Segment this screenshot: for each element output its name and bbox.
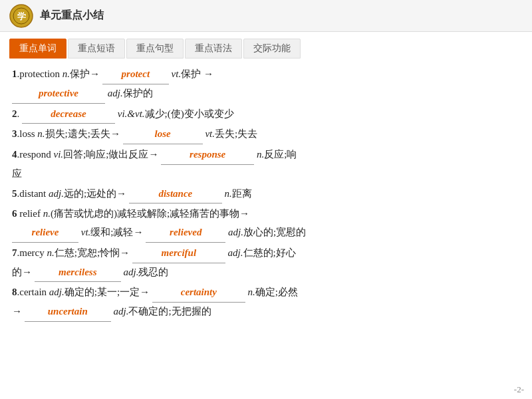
entry-4-blank1: response [161,146,254,165]
entry-4-text3: 应 [12,168,22,179]
entry-6-text3: adj.放心的;宽慰的 [228,227,306,237]
entry-5: 5.distant adj.远的;远处的→ distance n.距离 [12,185,520,204]
entry-6-blank1: relieve [12,223,78,243]
entry-4-text2: n.反应;响 [257,149,297,160]
entry-8-blank2: uncertain [25,303,111,322]
entry-8-text3: → [12,306,22,317]
entry-1-blank2: protective [12,84,105,104]
entry-1-blank1: protect [102,65,169,84]
svg-text:学: 学 [17,11,26,21]
entry-5-text2: n.距离 [225,188,252,199]
entry-8-blank1: certainty [152,283,245,303]
content-area: 1.protection n.保护→ protect vt.保护 → prote… [0,59,532,329]
entry-6-text2: vt.缓和;减轻→ [81,227,144,237]
entry-1: 1.protection n.保护→ protect vt.保护 → prote… [12,65,520,104]
entry-7-text4: adj.残忍的 [124,267,169,277]
entry-2-text1: 2. [12,108,19,119]
entry-3-blank1: lose [123,125,203,144]
header-title: 单元重点小结 [40,9,104,23]
entry-1-text3: adj.保护的 [108,88,153,98]
tab-bar: 重点单词 重点短语 重点句型 重点语法 交际功能 [0,32,532,59]
entry-6-blank2: relieved [146,223,225,243]
entry-2-text2: vi.&vt.减少;(使)变小或变少 [118,108,234,119]
entry-4-text1: 4.respond vi.回答;响应;做出反应→ [12,149,158,160]
entry-5-blank1: distance [129,185,222,204]
entry-7-text1: 7.mercy n.仁慈;宽恕;怜悯→ [12,247,130,258]
page-number: -2- [514,384,524,395]
tab-communication[interactable]: 交际功能 [243,39,301,59]
entry-7: 7.mercy n.仁慈;宽恕;怜悯→ merciful adj.仁慈的;好心 … [12,244,520,283]
logo-icon: 学 [9,4,33,28]
entry-3-text2: vt.丢失;失去 [205,128,257,139]
entry-8-text1: 8.certain adj.确定的;某一;一定→ [12,287,150,297]
entry-4: 4.respond vi.回答;响应;做出反应→ response n.反应;响… [12,146,520,184]
entry-7-blank1: merciful [132,244,225,263]
entry-7-text2: adj.仁慈的;好心 [228,247,296,258]
entry-8-text4: adj.不确定的;无把握的 [114,306,211,317]
entry-3: 3.loss n.损失;遗失;丢失→ lose vt.丢失;失去 [12,125,520,144]
entry-8: 8.certain adj.确定的;某一;一定→ certainty n.确定;… [12,283,520,322]
tab-grammar[interactable]: 重点语法 [185,39,242,59]
tab-phrases[interactable]: 重点短语 [68,39,125,59]
header: 学 单元重点小结 [0,0,532,32]
entry-7-text3: 的→ [12,267,32,277]
entry-3-text1: 3.loss n.损失;遗失;丢失→ [12,128,120,139]
entry-1-text1: 1.protection n.保护→ [12,68,102,79]
entry-2-blank1: decrease [22,105,115,124]
entry-2: 2. decrease vi.&vt.减少;(使)变小或变少 [12,105,520,124]
entry-5-text1: 5.distant adj.远的;远处的→ [12,188,126,199]
tab-keywords[interactable]: 重点单词 [9,39,66,59]
entry-6-text1: 6 relief n.(痛苦或忧虑的)减轻或解除;减轻痛苦的事物→ [12,208,249,219]
tab-sentences[interactable]: 重点句型 [126,39,184,59]
entry-6: 6 relief n.(痛苦或忧虑的)减轻或解除;减轻痛苦的事物→ reliev… [12,205,520,243]
entry-1-text2: vt.保护 → [172,68,213,79]
entry-7-blank2: merciless [35,263,121,283]
entry-8-text2: n.确定;必然 [248,287,298,297]
